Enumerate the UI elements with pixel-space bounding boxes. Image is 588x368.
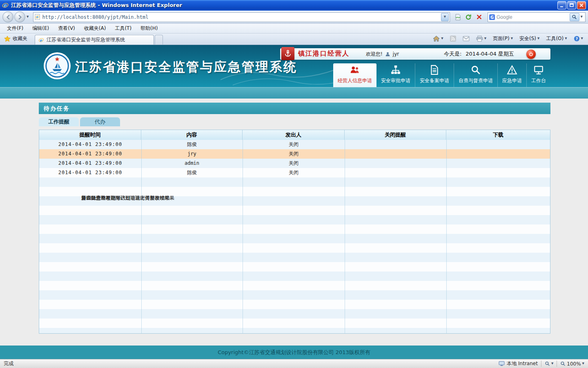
close-button[interactable] [577, 1, 586, 9]
menu-file[interactable]: 文件(F) [2, 24, 28, 33]
tab-work-reminder[interactable]: 工作提醒 [39, 117, 79, 126]
new-tab-stub[interactable] [155, 35, 163, 45]
search-input[interactable] [495, 14, 570, 20]
status-done: 完成 [4, 360, 13, 367]
browser-tab-active[interactable]: e 江苏省港口安全监管与应急管理系统 [35, 35, 154, 45]
status-bar: 完成 本地 Intranet ▼ 100% ▼ [0, 359, 588, 368]
read-mail-button[interactable] [460, 35, 472, 42]
menu-edit[interactable]: 编辑(E) [28, 24, 53, 33]
date-label: 今天是: [444, 50, 461, 58]
nav-emergency[interactable]: 应急申请 [497, 63, 526, 87]
row-content: 新的督查结果已下达，请及时更新整改结果 [78, 193, 550, 203]
zoom-value: 100% [567, 361, 581, 367]
chevron-down-icon: ▼ [565, 37, 567, 40]
nav-inspection[interactable]: 自查与督查申请 [454, 63, 497, 87]
refresh-icon [465, 14, 472, 20]
port-logo [43, 52, 71, 80]
back-button[interactable] [2, 11, 13, 22]
row-sender: 陈俊 [141, 140, 243, 149]
nav-workbench[interactable]: 工作台 [526, 63, 550, 87]
chevron-down-icon: ▼ [581, 16, 583, 18]
table-row[interactable]: 2014-04-01 23:49:00 新的督查结果已下达，请及时更新整改结果 … [39, 168, 550, 177]
chevron-down-icon: ▼ [582, 362, 584, 365]
date-area: 今天是: 2014-04-04 星期五 [444, 50, 514, 58]
row-download [345, 140, 446, 149]
tasks-table: 提醒时间 内容 发出人 关闭提醒 下载 2014-04-01 23:49:00 … [39, 130, 550, 334]
row-download [345, 159, 446, 168]
logout-button[interactable] [526, 49, 536, 59]
table-row[interactable]: 2014-04-01 23:49:00 督查隐患整改期限已到，请上传整改结果… … [39, 140, 550, 149]
tab-title: 江苏省港口安全监管与应急管理系统 [47, 36, 125, 43]
window-title: 江苏省港口安全监管与应急管理系统 - Windows Internet Expl… [11, 2, 182, 9]
section-title: 待办任务 [39, 103, 550, 114]
menu-bar: 文件(F) 编辑(E) 查看(V) 收藏夹(A) 工具(T) 帮助(H) [0, 24, 588, 34]
close-reminder-action[interactable]: 关闭 [243, 149, 345, 159]
org-chart-icon [390, 65, 401, 75]
favorites-button[interactable]: 收藏夹 [2, 34, 31, 45]
nav-safety-approval[interactable]: 安全审批申请 [376, 63, 415, 87]
maximize-button[interactable] [567, 1, 576, 9]
menu-tools[interactable]: 工具(T) [110, 24, 136, 33]
page-footer: Copyright©江苏省交通规划设计院股份有限公司 2013版权所有 [0, 346, 588, 359]
copyright-text: Copyright©江苏省交通规划设计院股份有限公司 2013版权所有 [218, 349, 370, 356]
zoom-tools-button[interactable]: ▼ [545, 361, 553, 366]
address-input[interactable] [40, 14, 441, 20]
printer-icon [476, 36, 483, 42]
column-header-sender: 发出人 [243, 130, 345, 140]
chevron-down-icon: ▼ [511, 37, 513, 40]
role-badge-label: 镇江港口经营人 [298, 49, 350, 58]
feeds-button[interactable] [448, 35, 459, 43]
print-button[interactable]: ▼ [474, 35, 489, 43]
nav-operator-info[interactable]: 经营人信息申请 [333, 63, 376, 87]
mail-icon [463, 36, 470, 41]
page-menu-button[interactable]: 页面(P) ▼ [490, 34, 515, 43]
system-title: 江苏省港口安全监管与应急管理系统 [75, 58, 297, 76]
search-box: G ▼ [488, 12, 586, 22]
column-header-close: 关闭提醒 [345, 130, 446, 140]
stop-button[interactable] [474, 12, 484, 22]
minimize-button[interactable] [557, 1, 566, 9]
zone-label: 本地 Intranet [507, 360, 538, 367]
close-reminder-action[interactable]: 关闭 [243, 168, 345, 177]
user-icon [385, 52, 390, 57]
tools-menu-button[interactable]: 工具(O) ▼ [543, 34, 569, 43]
home-button[interactable]: ▼ [430, 35, 445, 43]
menu-view[interactable]: 查看(V) [53, 24, 80, 33]
address-dropdown-button[interactable]: ▼ [441, 13, 449, 21]
tab-todo[interactable]: 代办 [80, 117, 120, 126]
compatibility-view-button[interactable] [452, 12, 463, 22]
close-reminder-action[interactable]: 关闭 [243, 140, 345, 149]
safety-menu-button[interactable]: 安全(S) ▼ [517, 34, 542, 43]
row-time: 2014-04-01 23:49:00 [39, 168, 141, 177]
row-download [345, 168, 446, 177]
zoom-level-button[interactable]: 100% ▼ [560, 361, 584, 367]
help-button[interactable]: ? ▼ [571, 35, 586, 43]
table-row[interactable]: 2014-04-01 23:49:00 港口经营许可证号已过期 admin 关闭 [39, 159, 550, 168]
search-options-dropdown[interactable]: ▼ [579, 16, 584, 18]
nav-label: 安全审批申请 [381, 77, 410, 84]
row-sender: jry [141, 149, 243, 159]
magnifier-icon [470, 65, 481, 75]
page-favicon-icon: e [34, 14, 40, 20]
power-icon [528, 52, 534, 57]
close-reminder-action[interactable]: 关闭 [243, 159, 345, 168]
favorites-label: 收藏夹 [13, 35, 27, 42]
nav-safety-record[interactable]: 安全备案申请 [415, 63, 454, 87]
search-go-button[interactable] [570, 13, 579, 21]
history-dropdown[interactable]: ▼ [25, 16, 30, 18]
column-divider [141, 140, 142, 333]
refresh-button[interactable] [463, 12, 474, 22]
search-icon [572, 14, 577, 20]
row-time: 2014-04-01 23:49:00 [39, 159, 141, 168]
close-icon [579, 3, 584, 8]
table-row[interactable]: 2014-04-01 23:49:00 自查隐患整改期限已到，请上传整改结果… … [39, 149, 550, 159]
document-icon [429, 65, 440, 75]
row-time: 2014-04-01 23:49:00 [39, 149, 141, 159]
table-header-row: 提醒时间 内容 发出人 关闭提醒 下载 [39, 130, 550, 140]
forward-button[interactable] [14, 11, 25, 22]
menu-favorites[interactable]: 收藏夹(A) [80, 24, 111, 33]
menu-help[interactable]: 帮助(H) [136, 24, 162, 33]
zoom-icon [560, 361, 566, 366]
chevron-down-icon: ▼ [484, 37, 486, 40]
svg-text:G: G [490, 15, 494, 19]
